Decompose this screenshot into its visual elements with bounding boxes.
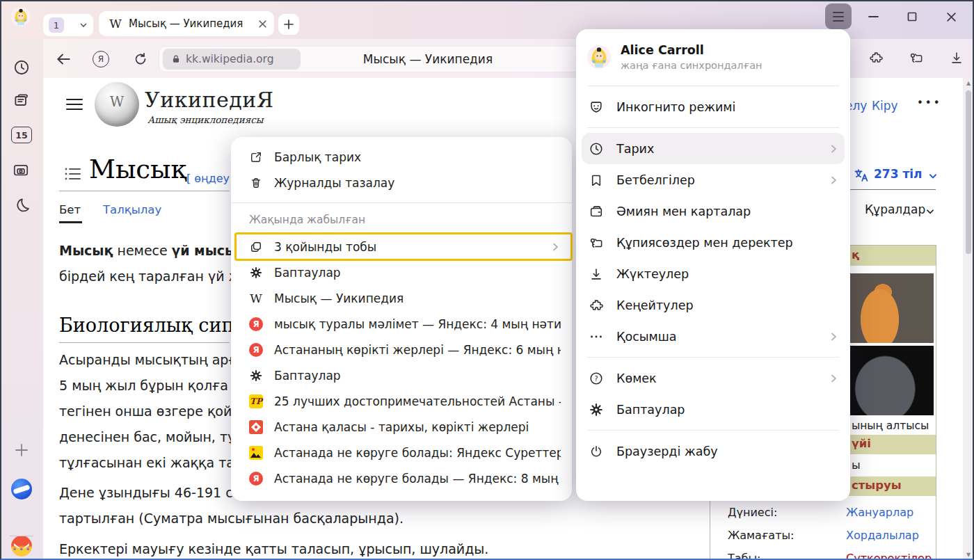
history-item-tripadvisor[interactable]: TP 25 лучших достопримечательностей Аста…	[231, 388, 572, 414]
login-link[interactable]: Кіру	[872, 99, 898, 113]
scrollbar-thumb[interactable]	[966, 90, 971, 254]
tools-chevron-down-icon[interactable]	[925, 207, 935, 216]
download-icon	[949, 50, 964, 65]
moon-icon	[13, 196, 31, 214]
key-folder-icon	[909, 50, 924, 65]
sidebar-dark-mode-button[interactable]	[13, 196, 31, 214]
tab-group-pill[interactable]: 1	[43, 14, 93, 36]
active-tab-underline	[59, 221, 82, 223]
close-icon	[946, 12, 957, 22]
edit-link[interactable]: [ өңдеу	[186, 172, 230, 185]
taxobox-classification-fragment: стыруы	[852, 479, 902, 492]
history-item-yandex-search[interactable]: Я Астананың көрікті жерлері — Яндекс: 6 …	[231, 337, 572, 362]
yandex-search-button[interactable]: Я	[93, 51, 109, 67]
calendar-badge: 15	[15, 130, 27, 141]
article-line: тартылған (Суматра мысығынан басқаларынд…	[59, 511, 404, 526]
minimize-button[interactable]	[863, 7, 884, 26]
new-tab-button[interactable]	[278, 14, 299, 35]
menu-item-bookmarks[interactable]: Бетбелгілер	[576, 164, 850, 195]
puzzle-icon	[868, 50, 884, 65]
menu-item-tab-group[interactable]: 3 қойынды тобы	[231, 234, 572, 259]
menu-item-passwords[interactable]: Құпиясөздер мен деректер	[576, 227, 850, 258]
yandex-favicon: Я	[249, 472, 263, 486]
back-button[interactable]	[54, 50, 72, 68]
history-item-settings[interactable]: Баптаулар	[231, 362, 572, 388]
menu-item-wallet[interactable]: Әмиян мен карталар	[576, 195, 850, 227]
scroll-down-icon[interactable]: ▼	[963, 552, 974, 558]
sidebar-add-button[interactable]	[13, 442, 30, 458]
article-title: Мысық	[89, 154, 186, 184]
trash-icon	[249, 176, 263, 190]
wiki-tab-page[interactable]: Бет	[59, 203, 81, 216]
scroll-up-icon[interactable]: ▲	[963, 80, 974, 86]
tax-value-redlink[interactable]: Сүткоректілер	[846, 552, 932, 560]
close-tab-icon[interactable]	[258, 19, 267, 29]
downloads-button[interactable]	[949, 50, 964, 65]
wikipedia-globe-logo[interactable]: W	[95, 82, 139, 127]
page-scrollbar[interactable]: ▲ ▼	[963, 78, 974, 560]
address-bar-page-title: Мысық — Уикипедия	[317, 52, 539, 66]
history-item-yandex-images[interactable]: Астанада не көруге болады: Яндекс Суретт…	[231, 440, 572, 465]
history-item-yandex-search[interactable]: Я мысық туралы мәлімет — Яндекс: 4 мың н…	[231, 311, 572, 337]
history-item-wikipedia[interactable]: W Мысық — Уикипедия	[231, 285, 572, 311]
tab-group-count: 1	[49, 17, 64, 33]
lang-chevron-down-icon[interactable]	[928, 171, 938, 181]
url-chip[interactable]: kk.wikipedia.org	[163, 49, 301, 70]
yandex-favicon: Я	[249, 343, 263, 357]
profile-name: Alice Carroll	[621, 43, 763, 57]
wiki-logo-subtitle: Ашық энциклопедиясы	[147, 114, 264, 125]
menu-item-clear-history[interactable]: Журналды тазалау	[231, 170, 572, 195]
history-item-yandex-search[interactable]: Я Астанада не көруге болады — Яндекс: 8 …	[231, 465, 572, 491]
browser-tab[interactable]: W Мысық — Уикипедия	[99, 11, 274, 36]
wikipedia-favicon: W	[109, 17, 122, 31]
tax-value-link[interactable]: Хордалылар	[846, 529, 919, 542]
wiki-logo-title[interactable]: УикипедиЯ	[145, 88, 273, 112]
menu-item-help[interactable]: ? Көмек	[576, 362, 850, 394]
menu-item-extensions[interactable]: Кеңейтулер	[576, 289, 850, 321]
tools-dropdown[interactable]: Құралдар	[865, 202, 925, 216]
reload-button[interactable]	[132, 51, 149, 67]
menu-item-close-browser[interactable]: Браузерді жабу	[576, 435, 850, 467]
tax-value-link[interactable]: Жануарлар	[846, 506, 913, 519]
profile-row[interactable]: Alice Carroll жаңа ғана синхрондалған	[576, 29, 850, 81]
profile-avatar[interactable]	[11, 7, 31, 26]
close-window-button[interactable]	[941, 7, 961, 26]
menu-item-settings[interactable]: Баптаулар	[576, 394, 850, 425]
maximize-button[interactable]	[902, 7, 923, 26]
gear-icon	[589, 402, 604, 417]
history-item-astana-site[interactable]: Астана қаласы - тарихы, көрікті жерлері	[231, 414, 572, 440]
sidebar-history-button[interactable]	[13, 58, 31, 77]
language-selector[interactable]: 273 тіл	[874, 167, 923, 181]
yandex-browser-logo[interactable]	[11, 479, 32, 499]
passwords-button[interactable]	[909, 50, 924, 65]
menu-item-settings-history[interactable]: Баптаулар	[231, 259, 572, 285]
taxobox-caption-fragment: ының алтысы	[852, 419, 929, 432]
sidebar-more-button[interactable]: •••	[12, 544, 32, 554]
wiki-tab-talk[interactable]: Талқылау	[103, 203, 161, 216]
sidebar-feed-button[interactable]	[13, 92, 31, 110]
browser-menu-button[interactable]	[825, 3, 852, 29]
sidebar-calendar-button[interactable]: 15	[11, 127, 32, 143]
menu-divider	[231, 202, 572, 203]
menu-item-downloads[interactable]: Жүктеулер	[576, 258, 850, 289]
wallet-icon	[589, 204, 604, 219]
menu-divider	[587, 127, 839, 128]
wiki-hamburger-button[interactable]	[66, 99, 83, 110]
menu-item-history[interactable]: Тарих	[582, 133, 845, 164]
menu-item-all-history[interactable]: Барлық тарих	[231, 144, 572, 170]
article-line: тегінен онша өзгере қойма	[59, 403, 250, 419]
toc-icon[interactable]	[65, 167, 83, 181]
tax-label: Табы:	[728, 552, 760, 560]
article-line: Асыранды мысықтың арғ	[59, 352, 237, 367]
sync-status: жаңа ғана синхрондалған	[621, 60, 763, 71]
article-line: тұлғасынан екі жаққа тарб	[59, 455, 251, 470]
wiki-more-dots-icon[interactable]: •••	[917, 97, 942, 109]
plus-icon	[283, 19, 294, 30]
extensions-button[interactable]	[868, 50, 884, 65]
menu-item-more[interactable]: Қосымша	[576, 321, 850, 352]
menu-divider	[587, 430, 839, 431]
profile-avatar	[587, 45, 611, 69]
sidebar-screenshot-button[interactable]	[11, 161, 29, 179]
minimize-icon	[868, 15, 879, 18]
menu-item-incognito[interactable]: Инкогнито режимі	[576, 91, 850, 122]
